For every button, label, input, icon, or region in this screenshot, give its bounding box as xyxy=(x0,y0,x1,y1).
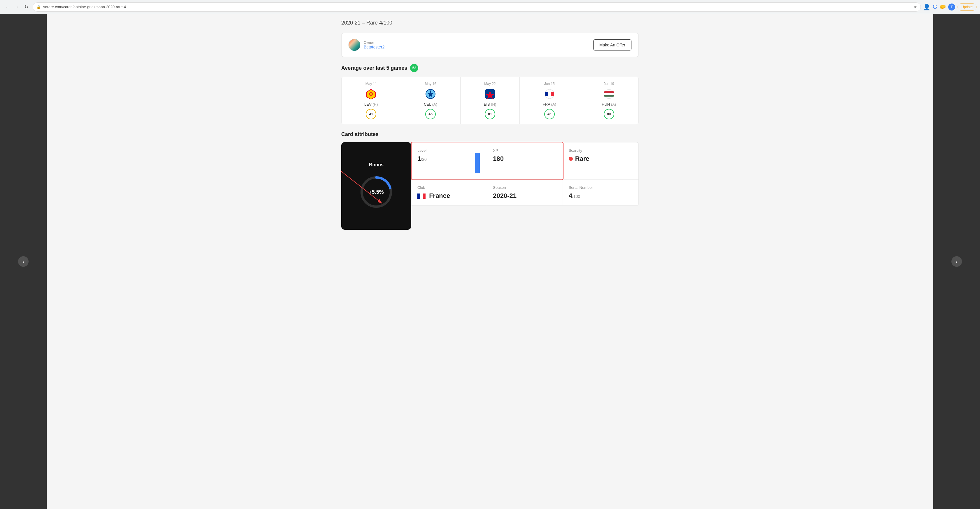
level-value: 1/20 xyxy=(417,155,475,163)
owner-avatar xyxy=(348,39,360,51)
score-0: 41 xyxy=(366,109,376,120)
season-cell: Season 2020-21 xyxy=(487,179,563,206)
game-date-0: May 11 xyxy=(366,82,377,86)
serial-value: 4/100 xyxy=(569,192,633,199)
address-bar[interactable]: 🔒 sorare.com/cards/antoine-griezmann-202… xyxy=(33,2,921,12)
game-card-1: May 16 CEL (A) 45 xyxy=(401,77,461,124)
make-offer-button[interactable]: Make An Offer xyxy=(593,39,632,51)
team-logo-1 xyxy=(425,88,436,100)
club-label: Club xyxy=(417,185,481,190)
games-container: May 11 LEV (H) 41 May 16 xyxy=(341,77,639,124)
serial-cell: Serial Number 4/100 xyxy=(563,179,638,206)
lock-icon: 🔒 xyxy=(37,5,41,9)
score-4: 80 xyxy=(604,109,614,120)
profile-icon-2[interactable]: G xyxy=(933,3,937,10)
account-icon[interactable]: T xyxy=(948,3,955,11)
scarcity-label: Scarcity xyxy=(569,148,633,153)
club-cell: Club France xyxy=(412,179,487,206)
score-3: 45 xyxy=(544,109,555,120)
level-bar xyxy=(475,153,480,173)
team-logo-3 xyxy=(544,88,555,100)
main-content: 2020-21 – Rare 4/100 Owner Betatester2 M… xyxy=(47,14,933,509)
game-card-4: Jun 19 HUN (A) 80 xyxy=(579,77,638,124)
average-title: Average over last 5 games xyxy=(341,65,407,71)
attributes-grid: Level 1/20 xyxy=(411,142,639,206)
extensions-icon[interactable]: 🤛 xyxy=(939,4,946,10)
svg-rect-9 xyxy=(551,92,554,96)
card-attributes-title: Card attributes xyxy=(341,131,639,137)
attributes-section: Bonus +5.5% xyxy=(341,142,639,230)
page-wrapper: ‹ 2020-21 – Rare 4/100 Owner Betatester2… xyxy=(0,14,980,509)
bonus-label: Bonus xyxy=(369,162,383,168)
club-value: France xyxy=(417,192,481,199)
owner-label: Owner xyxy=(364,41,385,45)
serial-label: Serial Number xyxy=(569,185,633,190)
next-arrow[interactable]: › xyxy=(951,256,962,267)
team-logo-0 xyxy=(365,88,377,100)
svg-rect-8 xyxy=(548,92,551,96)
level-bar-visual xyxy=(475,153,481,173)
team-name-2: EIB (H) xyxy=(484,102,496,107)
game-card-3: Jun 15 FRA (A) 45 xyxy=(520,77,579,124)
profile-icon-1[interactable]: 👤 xyxy=(923,3,931,11)
game-date-4: Jun 19 xyxy=(604,82,614,86)
bonus-value: +5.5% xyxy=(369,189,384,195)
game-date-1: May 16 xyxy=(425,82,436,86)
svg-rect-7 xyxy=(545,92,548,96)
team-logo-2 xyxy=(484,88,496,100)
forward-button[interactable]: → xyxy=(13,3,21,11)
sidebar-left: ‹ xyxy=(0,14,47,509)
season-value: 2020-21 xyxy=(493,192,557,199)
club-flag xyxy=(417,193,426,199)
svg-rect-12 xyxy=(605,93,614,95)
sidebar-right: › xyxy=(933,14,980,509)
url-text: sorare.com/cards/antoine-griezmann-2020-… xyxy=(43,5,911,9)
page-title: 2020-21 – Rare 4/100 xyxy=(341,20,639,26)
svg-point-2 xyxy=(370,93,372,95)
level-cell: Level 1/20 xyxy=(412,142,487,179)
prev-arrow[interactable]: ‹ xyxy=(18,256,29,267)
xp-cell: XP 180 xyxy=(487,142,563,179)
team-name-4: HUN (A) xyxy=(602,102,616,107)
game-date-3: Jun 15 xyxy=(544,82,555,86)
xp-label: XP xyxy=(493,148,557,153)
nav-buttons: ← → ↻ xyxy=(3,3,30,11)
owner-name[interactable]: Betatester2 xyxy=(364,45,385,49)
content-inner: 2020-21 – Rare 4/100 Owner Betatester2 M… xyxy=(336,14,644,236)
game-date-2: May 22 xyxy=(484,82,496,86)
svg-rect-18 xyxy=(417,193,420,199)
scarcity-value: Rare xyxy=(569,155,633,163)
average-section-header: Average over last 5 games 53 xyxy=(341,64,639,72)
browser-actions: 👤 G 🤛 T Update xyxy=(923,3,977,11)
star-icon[interactable]: ★ xyxy=(913,5,917,9)
season-label: Season xyxy=(493,185,557,190)
avatar-image xyxy=(348,39,360,51)
average-badge: 53 xyxy=(410,64,418,72)
score-2: 81 xyxy=(485,109,495,120)
update-button[interactable]: Update xyxy=(958,3,977,11)
team-name-3: FRA (A) xyxy=(543,102,556,107)
team-name-1: CEL (A) xyxy=(424,102,437,107)
game-card-2: May 22 EIB (H) 81 xyxy=(461,77,520,124)
scarcity-cell: Scarcity Rare xyxy=(563,142,638,179)
scarcity-dot xyxy=(569,157,573,161)
xp-value: 180 xyxy=(493,155,557,163)
owner-details: Owner Betatester2 xyxy=(364,41,385,49)
svg-rect-11 xyxy=(605,91,614,93)
refresh-button[interactable]: ↻ xyxy=(22,3,30,11)
bonus-circle: +5.5% xyxy=(359,174,394,209)
attrs-grid-wrapper: Level 1/20 xyxy=(411,142,639,230)
team-logo-4 xyxy=(603,88,615,100)
bonus-card: Bonus +5.5% xyxy=(341,142,411,230)
svg-rect-19 xyxy=(420,193,423,199)
attrs-with-highlight: Bonus +5.5% xyxy=(341,142,639,230)
back-button[interactable]: ← xyxy=(3,3,12,11)
level-info: Level 1/20 xyxy=(417,148,475,163)
browser-chrome: ← → ↻ 🔒 sorare.com/cards/antoine-griezma… xyxy=(0,0,980,14)
game-card-0: May 11 LEV (H) 41 xyxy=(342,77,401,124)
owner-info: Owner Betatester2 xyxy=(348,39,385,51)
svg-rect-20 xyxy=(423,193,426,199)
score-1: 45 xyxy=(425,109,436,120)
owner-card: Owner Betatester2 Make An Offer xyxy=(341,33,639,57)
team-name-0: LEV (H) xyxy=(364,102,378,107)
